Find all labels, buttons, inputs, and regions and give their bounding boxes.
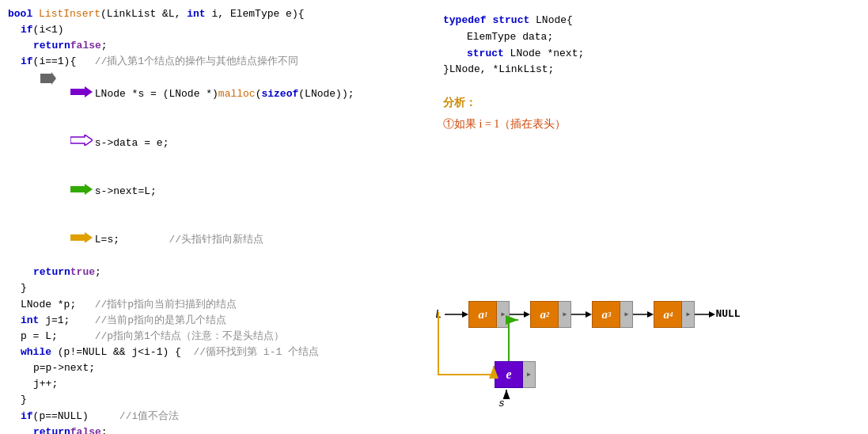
green-filled-arrow-icon [33,167,93,215]
code-line-12: int j=1; //当前p指向的是第几个结点 [21,313,419,329]
code-line-5: LNode *s = (LNode *)malloc(sizeof(LNode)… [33,70,419,119]
typedef-block: typedef struct LNode{ ElemType data; str… [443,13,860,78]
svg-marker-2 [70,135,93,146]
code-line-13: p = L; //p指向第1个结点（注意：不是头结点） [21,329,419,345]
s-label: s [498,396,505,413]
typedef-line-1: typedef struct LNode{ [443,13,860,29]
e-node: e ▶ [495,361,536,388]
node-a3: a3 [592,301,633,328]
typedef-line-2: ElemType data; [467,29,860,46]
code-line-10: } [21,280,419,296]
fn-listinsert: ListInsert [39,6,100,22]
code-line-9: return true; [33,265,419,280]
analysis-block: 分析： ①如果 i = 1（插在表头） [443,94,860,133]
typedef-line-4: }LNode, *LinkList; [443,62,860,78]
code-line-16: j++; [33,376,419,392]
code-line-8: L=s; //头指针指向新结点 [33,216,419,265]
node-a2: a2 [530,301,571,328]
code-line-18: if(p==NULL) //i值不合法 [21,409,419,424]
code-line-14: while (p!=NULL && j<i-1) { //循环找到第 i-1 个… [21,345,419,360]
l-to-a1-arrow [445,309,468,320]
purple-filled-arrow-icon [33,70,93,119]
code-line-15: p=p->next; [33,360,419,376]
svg-marker-14 [709,311,715,318]
svg-marker-12 [647,311,654,318]
svg-marker-3 [70,184,93,195]
null-label: NULL [715,306,740,323]
svg-marker-6 [462,311,468,318]
code-line-17: } [21,392,419,408]
svg-marker-1 [70,86,93,97]
linked-list-diagram: L a1 a2 a3 a4 NULL [435,301,741,328]
code-line-6: s->data = e; [33,119,419,167]
code-line-11: LNode *p; //指针p指向当前扫描到的结点 [21,297,419,313]
purple-outline-arrow-icon [33,119,93,167]
code-line-3: return false; [33,38,419,54]
code-line-7: s->next=L; [33,167,419,215]
svg-marker-8 [524,311,530,318]
analysis-header: 分析： [443,94,860,112]
analysis-line1: ①如果 i = 1（插在表头） [443,116,860,133]
svg-marker-4 [70,232,93,243]
code-line-19: return false; [33,424,419,434]
typedef-line-3: struct LNode *next; [467,46,860,63]
node-a1: a1 [468,301,510,328]
code-line-1: bool ListInsert(LinkList &L, int i, Elem… [8,6,419,22]
left-code-panel: bool ListInsert(LinkList &L, int i, Elem… [0,0,427,434]
svg-marker-10 [586,311,592,318]
code-line-2: if(i<1) [21,22,419,38]
kw-bool: bool [8,6,32,22]
yellow-filled-arrow-icon [33,216,93,265]
code-line-4: if(i==1){ //插入第1个结点的操作与其他结点操作不同 [21,54,419,70]
l-label: L [435,306,442,323]
right-panel: typedef struct LNode{ ElemType data; str… [427,0,868,434]
node-a4: a4 [654,301,695,328]
